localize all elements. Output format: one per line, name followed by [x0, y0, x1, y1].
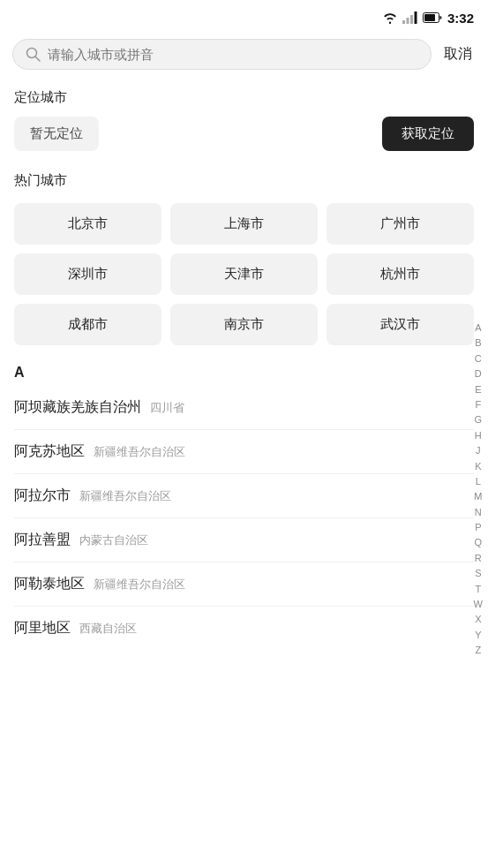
alpha-index-item[interactable]: D — [475, 367, 482, 381]
alpha-index-item[interactable]: E — [475, 383, 481, 396]
city-sub-name: 新疆维吾尔自治区 — [94, 577, 185, 593]
hot-city-button[interactable]: 天津市 — [170, 253, 318, 295]
signal-icon — [402, 11, 418, 24]
alpha-index-item[interactable]: N — [475, 506, 482, 519]
alpha-index-item[interactable]: A — [475, 321, 481, 335]
hot-city-button[interactable]: 广州市 — [327, 203, 474, 245]
city-main-name: 阿拉善盟 — [14, 531, 71, 549]
alpha-index-item[interactable]: T — [475, 583, 481, 596]
alpha-index-item[interactable]: Q — [475, 536, 483, 549]
city-list-item[interactable]: 阿拉尔市新疆维吾尔自治区 — [14, 474, 474, 518]
search-icon — [26, 47, 41, 62]
hot-city-button[interactable]: 武汉市 — [327, 304, 474, 345]
search-bar-row: 取消 — [0, 32, 488, 77]
hot-city-button[interactable]: 南京市 — [170, 304, 318, 345]
city-sub-name: 四川省 — [150, 400, 184, 416]
alpha-index-item[interactable]: J — [476, 444, 481, 457]
city-list: A阿坝藏族羌族自治州四川省阿克苏地区新疆维吾尔自治区阿拉尔市新疆维吾尔自治区阿拉… — [0, 354, 488, 650]
search-input-wrap[interactable] — [12, 39, 432, 70]
alpha-index-item[interactable]: M — [474, 490, 482, 503]
no-location-button[interactable]: 暂无定位 — [14, 117, 99, 151]
alpha-index-item[interactable]: F — [475, 398, 481, 411]
location-row: 暂无定位 获取定位 — [0, 113, 488, 160]
status-time: 3:32 — [447, 11, 474, 26]
svg-rect-0 — [402, 20, 405, 24]
city-sub-name: 内蒙古自治区 — [79, 532, 148, 548]
city-sub-name: 新疆维吾尔自治区 — [79, 488, 171, 504]
city-list-item[interactable]: 阿克苏地区新疆维吾尔自治区 — [14, 430, 474, 474]
alpha-index-item[interactable]: S — [475, 567, 481, 580]
hot-city-button[interactable]: 北京市 — [14, 203, 161, 245]
city-main-name: 阿勒泰地区 — [14, 575, 85, 593]
city-main-name: 阿里地区 — [14, 619, 71, 638]
alpha-index-item[interactable]: X — [475, 613, 481, 626]
city-main-name: 阿拉尔市 — [14, 487, 71, 505]
location-section-title: 定位城市 — [0, 77, 488, 113]
svg-rect-3 — [414, 11, 417, 24]
city-sub-name: 新疆维吾尔自治区 — [94, 444, 185, 460]
svg-rect-5 — [424, 14, 435, 21]
alpha-index-item[interactable]: B — [475, 336, 481, 350]
hot-cities-section-title: 热门城市 — [0, 160, 488, 196]
alpha-index-item[interactable]: C — [475, 352, 482, 366]
hot-city-button[interactable]: 成都市 — [14, 304, 161, 345]
alphabet-index[interactable]: ABCDEFGHJKLMNPQRSTWXYZ — [469, 318, 488, 661]
city-list-item[interactable]: 阿勒泰地区新疆维吾尔自治区 — [14, 562, 474, 607]
status-icons — [382, 11, 442, 24]
hot-city-button[interactable]: 深圳市 — [14, 253, 161, 295]
alpha-index-item[interactable]: W — [474, 598, 483, 611]
alpha-index-item[interactable]: H — [475, 429, 482, 442]
get-location-button[interactable]: 获取定位 — [382, 117, 474, 151]
city-sub-name: 西藏自治区 — [79, 621, 137, 637]
city-list-item[interactable]: 阿里地区西藏自治区 — [14, 607, 474, 650]
search-input[interactable] — [48, 47, 418, 62]
battery-icon — [423, 12, 442, 23]
svg-rect-1 — [406, 18, 409, 24]
svg-line-7 — [35, 57, 40, 61]
hot-cities-grid: 北京市上海市广州市深圳市天津市杭州市成都市南京市武汉市 — [0, 196, 488, 354]
city-list-item[interactable]: 阿拉善盟内蒙古自治区 — [14, 518, 474, 562]
alpha-index-item[interactable]: Z — [475, 644, 481, 657]
city-main-name: 阿克苏地区 — [14, 442, 85, 461]
alpha-index-item[interactable]: P — [475, 521, 481, 534]
status-bar: 3:32 — [0, 0, 488, 32]
alpha-index-item[interactable]: R — [475, 552, 482, 565]
city-section-letter: A — [14, 354, 474, 386]
svg-rect-2 — [410, 15, 413, 24]
alpha-index-item[interactable]: K — [475, 460, 481, 473]
hot-city-button[interactable]: 杭州市 — [327, 253, 474, 295]
alpha-index-item[interactable]: G — [475, 413, 483, 426]
wifi-icon — [382, 11, 398, 24]
city-main-name: 阿坝藏族羌族自治州 — [14, 398, 141, 417]
cancel-button[interactable]: 取消 — [440, 45, 476, 64]
alpha-index-item[interactable]: L — [476, 475, 481, 488]
hot-city-button[interactable]: 上海市 — [170, 203, 318, 245]
alpha-index-item[interactable]: Y — [475, 629, 481, 642]
city-list-item[interactable]: 阿坝藏族羌族自治州四川省 — [14, 386, 474, 430]
